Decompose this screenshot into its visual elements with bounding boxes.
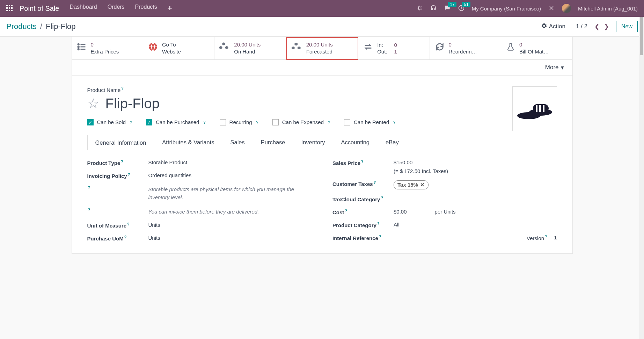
messaging-icon[interactable]: 17 [444, 5, 451, 13]
refresh-icon [435, 42, 445, 54]
tab-inventory[interactable]: Inventory [293, 135, 333, 150]
internal-ref-field[interactable]: Version? 1 [394, 233, 557, 241]
breadcrumb-current: Flip-Flop [46, 22, 76, 31]
help-icon[interactable]: ? [203, 120, 205, 124]
scrollbar-thumb[interactable] [640, 17, 643, 55]
uom-label: Unit of Measure? [87, 221, 148, 229]
check-can-be-rented[interactable]: Can be Rented? [344, 119, 395, 125]
help-icon[interactable]: ? [328, 120, 330, 124]
menu-products[interactable]: Products [135, 4, 157, 13]
checkbox-icon: ✓ [146, 119, 152, 125]
product-image[interactable] [512, 86, 557, 131]
taxcloud-label: TaxCloud Category? [332, 194, 394, 202]
svg-rect-21 [536, 105, 537, 112]
tab-accounting[interactable]: Accounting [333, 135, 378, 150]
help-icon[interactable]: ? [121, 86, 123, 91]
user-menu[interactable]: Mitchell Admin (Aug_001) [578, 6, 638, 12]
help-icon[interactable]: ? [377, 222, 380, 226]
svg-rect-23 [543, 105, 544, 112]
brand-title[interactable]: Point of Sale [20, 5, 59, 13]
category-label: Product Category? [332, 220, 394, 228]
stat-reordering[interactable]: 0Reorderin… [430, 37, 501, 60]
invoicing-policy-field[interactable]: Ordered quantities [148, 171, 312, 178]
tabs: General Information Attributes & Variant… [87, 135, 557, 150]
cost-field[interactable]: $0.00per Units [394, 207, 557, 215]
tab-general-info[interactable]: General Information [87, 135, 154, 150]
remove-tag-icon[interactable]: ✕ [420, 182, 425, 188]
pager-next-icon[interactable]: ❯ [604, 23, 609, 30]
breadcrumb-parent[interactable]: Products [6, 22, 37, 31]
internal-ref-label: Internal Reference? [332, 233, 394, 241]
help-icon[interactable]: ? [121, 159, 123, 164]
check-recurring[interactable]: Recurring? [220, 119, 258, 125]
control-panel: Products / Flip-Flop Action 1 / 2 ❮ ❯ Ne… [0, 17, 644, 37]
purchase-uom-field[interactable]: Units [148, 233, 312, 241]
svg-rect-0 [6, 5, 8, 6]
activity-icon[interactable]: 51 [458, 5, 465, 13]
help-icon[interactable]: ? [124, 235, 127, 239]
company-selector[interactable]: My Company (San Francisco) [472, 6, 541, 12]
tab-attributes-variants[interactable]: Attributes & Variants [154, 135, 222, 150]
help-icon[interactable]: ? [88, 208, 90, 212]
customer-taxes-field[interactable]: Tax 15%✕ [394, 179, 557, 189]
exchange-icon [363, 42, 373, 54]
help-icon[interactable]: ? [130, 120, 132, 124]
breadcrumb-separator: / [40, 22, 42, 31]
help-icon[interactable]: ? [381, 196, 383, 200]
category-field[interactable]: All [394, 220, 557, 228]
action-dropdown[interactable]: Action [541, 23, 565, 30]
product-type-field[interactable]: Storable Product [148, 158, 312, 165]
sales-price-field[interactable]: $150.00 (= $ 172.50 Incl. Taxes) [394, 158, 557, 174]
menu-dashboard[interactable]: Dashboard [69, 4, 97, 13]
tools-icon[interactable] [548, 5, 555, 13]
flask-icon [506, 42, 515, 54]
stat-on-hand[interactable]: 20.00 UnitsOn Hand [214, 37, 286, 60]
form-sheet: Product Name? ☆ Flip-Flop ✓Can be Sold? … [72, 76, 572, 254]
tab-sales[interactable]: Sales [222, 135, 253, 150]
more-bar: More ▾ [72, 60, 572, 76]
pager-prev-icon[interactable]: ❮ [594, 23, 600, 30]
pager[interactable]: 1 / 2 [576, 23, 587, 30]
apps-icon[interactable] [6, 5, 13, 12]
product-name-field[interactable]: Flip-Flop [105, 96, 160, 111]
help-icon[interactable]: ? [374, 180, 376, 185]
help-icon[interactable]: ? [256, 120, 258, 124]
boxes-icon [292, 42, 302, 55]
svg-rect-8 [11, 10, 13, 11]
new-button[interactable]: New [616, 21, 638, 32]
help-icon[interactable]: ? [345, 209, 347, 213]
taxcloud-field[interactable] [394, 194, 557, 196]
form-view: 0Extra Prices Go ToWebsite 20.00 UnitsOn… [72, 37, 573, 254]
user-avatar[interactable] [562, 4, 571, 13]
help-icon[interactable]: ? [88, 185, 90, 189]
stat-bom[interactable]: 0Bill Of Mat… [501, 37, 572, 60]
more-dropdown[interactable]: More ▾ [545, 64, 564, 71]
tab-purchase[interactable]: Purchase [253, 135, 293, 150]
stat-forecasted[interactable]: 20.00 UnitsForecasted [286, 37, 358, 60]
list-icon [77, 42, 87, 54]
menu-orders[interactable]: Orders [108, 4, 125, 13]
tab-ebay[interactable]: eBay [378, 135, 407, 150]
help-icon[interactable]: ? [128, 172, 130, 176]
svg-rect-3 [6, 7, 8, 9]
favorite-star-icon[interactable]: ☆ [87, 96, 99, 111]
stat-goto-website[interactable]: Go ToWebsite [143, 37, 214, 60]
menu-add-icon[interactable]: + [168, 4, 172, 13]
vertical-scrollbar[interactable] [639, 17, 644, 254]
help-icon[interactable]: ? [379, 235, 381, 239]
check-can-be-expensed[interactable]: Can be Expensed? [272, 119, 330, 125]
check-can-be-sold[interactable]: ✓Can be Sold? [87, 119, 132, 125]
help-icon[interactable]: ? [393, 120, 395, 124]
help-icon[interactable]: ? [545, 235, 547, 239]
svg-rect-2 [11, 5, 13, 6]
stat-extra-prices[interactable]: 0Extra Prices [72, 37, 143, 60]
support-icon[interactable] [430, 5, 437, 13]
help-icon[interactable]: ? [127, 222, 130, 226]
invoicing-hint: You can invoice them before they are del… [148, 206, 304, 216]
check-can-be-purchased[interactable]: ✓Can be Purchased? [146, 119, 205, 125]
help-icon[interactable]: ? [361, 159, 364, 164]
debug-icon[interactable] [417, 5, 423, 12]
tax-tag[interactable]: Tax 15%✕ [394, 180, 429, 189]
stat-in-out[interactable]: In:0 Out:1 [358, 37, 430, 60]
uom-field[interactable]: Units [148, 221, 312, 228]
